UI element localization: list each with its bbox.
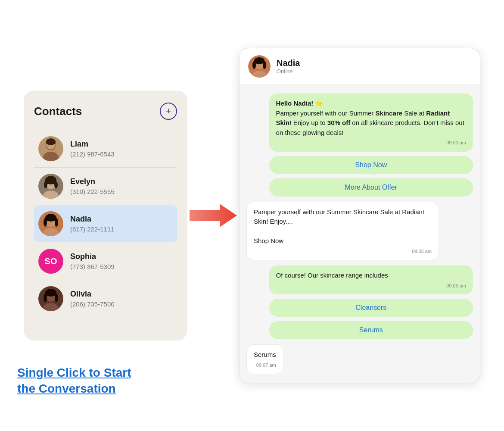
svg-rect-17 xyxy=(45,217,56,221)
in-reply-text: Pamper yourself with our Summer Skincare… xyxy=(254,208,424,225)
svg-point-12 xyxy=(54,181,58,188)
contact-info-olivia: Olivia (206) 735-7500 xyxy=(70,290,115,308)
avatar-liam xyxy=(38,136,63,161)
svg-point-11 xyxy=(44,181,47,188)
serums-button[interactable]: Serums xyxy=(269,321,473,339)
contact-name-nadia: Nadia xyxy=(70,215,115,224)
contact-phone-liam: (212) 987-6543 xyxy=(70,150,115,158)
promo-text: Hello Nadia! ⭐Pamper yourself with our S… xyxy=(276,100,464,136)
contact-item-nadia[interactable]: Nadia (617) 222-1111 xyxy=(34,205,177,242)
contact-info-sophia: Sophia (773) 867-5309 xyxy=(70,252,115,270)
svg-point-19 xyxy=(55,218,58,227)
contact-item-sophia[interactable]: SO Sophia (773) 867-5309 xyxy=(34,243,177,280)
contact-item-olivia[interactable]: Olivia (206) 735-7500 xyxy=(34,280,177,317)
msg-out-promo: Hello Nadia! ⭐Pamper yourself with our S… xyxy=(269,94,473,197)
avatar-nadia xyxy=(38,211,63,236)
contacts-title: Contacts xyxy=(34,105,82,118)
contacts-header: Contacts + xyxy=(34,103,177,120)
msg-time-3: 09:05 am xyxy=(276,282,466,290)
msg-out-skincare: Of course! Our skincare range includes 0… xyxy=(269,265,473,339)
shop-now-button[interactable]: Shop Now xyxy=(269,156,473,174)
msg-time-4: 09:07 am xyxy=(254,362,276,369)
svg-rect-24 xyxy=(45,292,56,296)
svg-point-34 xyxy=(263,61,266,69)
in-reply-shopnow: Shop Now xyxy=(254,237,283,244)
serums-text: Serums xyxy=(254,351,276,358)
contact-phone-sophia: (773) 867-5309 xyxy=(70,263,115,270)
arrow-indicator xyxy=(187,200,239,231)
chat-contact-status: Online xyxy=(277,68,300,75)
svg-point-26 xyxy=(55,294,58,302)
contact-name-sophia: Sophia xyxy=(70,252,115,261)
add-contact-button[interactable]: + xyxy=(160,103,177,120)
chat-panel: Nadia Online Hello Nadia! ⭐Pamper yourse… xyxy=(239,48,480,383)
chat-header-info: Nadia Online xyxy=(277,58,300,75)
contact-item-liam[interactable]: Liam (212) 987-6543 xyxy=(34,130,177,168)
chat-messages: Hello Nadia! ⭐Pamper yourself with our S… xyxy=(240,85,480,383)
chat-header: Nadia Online xyxy=(240,48,480,85)
avatar-sophia: SO xyxy=(38,249,63,274)
msg-in-reply: Pamper yourself with our Summer Skincare… xyxy=(246,202,439,261)
avatar-evelyn xyxy=(38,174,63,199)
bubble-out-skincare: Of course! Our skincare range includes 0… xyxy=(269,265,473,294)
contact-phone-olivia: (206) 735-7500 xyxy=(70,300,115,308)
contact-item-evelyn[interactable]: Evelyn (310) 222-5555 xyxy=(34,168,177,205)
chat-avatar-nadia xyxy=(248,55,271,78)
svg-rect-32 xyxy=(254,60,264,63)
bubble-in-reply: Pamper yourself with our Summer Skincare… xyxy=(246,202,439,261)
svg-point-33 xyxy=(252,61,256,69)
svg-rect-5 xyxy=(46,141,56,144)
skincare-text: Of course! Our skincare range includes xyxy=(276,272,388,279)
contact-info-evelyn: Evelyn (310) 222-5555 xyxy=(70,177,115,195)
arrow-svg xyxy=(190,200,237,231)
svg-marker-27 xyxy=(190,204,237,227)
bottom-cta-container: Single Click to Startthe Conversation xyxy=(17,365,131,397)
contact-info-nadia: Nadia (617) 222-1111 xyxy=(70,215,115,233)
msg-time-1: 09:00 am xyxy=(276,139,466,147)
bubble-out-promo: Hello Nadia! ⭐Pamper yourself with our S… xyxy=(269,94,473,152)
bubble-in-serums: Serums 09:07 am xyxy=(246,344,283,374)
chat-contact-name: Nadia xyxy=(277,58,300,68)
contacts-panel: Contacts + Liam (212) 987-6543 xyxy=(24,91,187,340)
cleansers-button[interactable]: Cleansers xyxy=(269,299,473,317)
svg-point-25 xyxy=(44,294,47,302)
svg-point-18 xyxy=(44,218,47,227)
contact-info-liam: Liam (212) 987-6543 xyxy=(70,140,115,158)
msg-time-2: 09:05 am xyxy=(254,248,432,255)
contact-name-liam: Liam xyxy=(70,140,115,149)
contact-name-olivia: Olivia xyxy=(70,290,115,299)
more-about-offer-button[interactable]: More About Offer xyxy=(269,178,473,197)
contact-phone-nadia: (617) 222-1111 xyxy=(70,225,115,233)
contact-phone-evelyn: (310) 222-5555 xyxy=(70,188,115,195)
msg-in-serums: Serums 09:07 am xyxy=(246,344,283,374)
bottom-cta-text[interactable]: Single Click to Startthe Conversation xyxy=(17,365,131,397)
contact-name-evelyn: Evelyn xyxy=(70,177,115,186)
avatar-olivia xyxy=(38,286,63,311)
